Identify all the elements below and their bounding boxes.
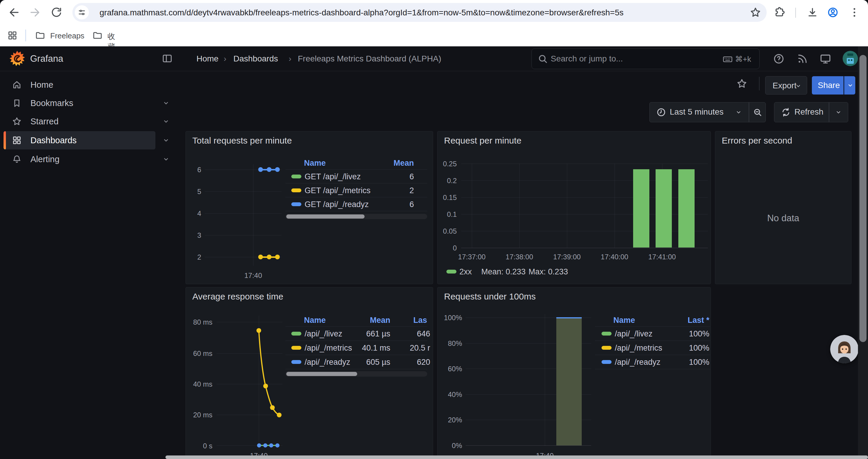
folder-icon	[35, 30, 45, 41]
browser-reload-icon[interactable]	[50, 6, 63, 19]
sidebar-item-home[interactable]: Home	[0, 76, 177, 94]
legend-name: /api/_/metrics	[615, 343, 662, 353]
breadcrumb-dashboards[interactable]: Dashboards	[234, 54, 278, 64]
y-tick: 4	[186, 209, 201, 218]
legend-scrollbar-thumb[interactable]	[286, 215, 365, 219]
series-color-pill[interactable]	[291, 202, 301, 206]
grafana-logo[interactable]	[9, 50, 25, 67]
bookmarks-divider	[25, 30, 26, 41]
legend-header-name[interactable]: Name	[613, 316, 635, 325]
x-tick: 17:40:00	[594, 253, 635, 261]
page-scrollbar-thumb[interactable]	[860, 55, 867, 342]
extensions-icon[interactable]	[773, 6, 785, 18]
browser-back-icon[interactable]	[8, 6, 20, 19]
toolbar-divider	[795, 8, 796, 18]
site-settings-icon[interactable]	[75, 5, 89, 20]
legend-last: 620	[404, 358, 430, 367]
legend-scrollbar-track[interactable]	[285, 214, 427, 219]
legend-scrollbar-track[interactable]	[285, 371, 427, 376]
legend-scrollbar-thumb[interactable]	[286, 372, 357, 376]
chevron-down-icon[interactable]	[162, 117, 170, 126]
panel-errors-per-second[interactable]: Errors per second No data	[715, 131, 851, 284]
bar[interactable]	[656, 169, 672, 248]
series-color-pill[interactable]	[291, 346, 301, 350]
chevron-down-icon[interactable]	[162, 155, 170, 163]
browser-forward-icon[interactable]	[29, 6, 41, 19]
legend-name: /api/_/readyz	[615, 358, 660, 367]
chevron-down-icon[interactable]	[162, 99, 170, 107]
zoom-out-button[interactable]	[749, 102, 766, 122]
active-item-highlight	[4, 131, 155, 150]
y-tick: 0.2	[439, 177, 457, 185]
legend-series-label: 2xx	[459, 267, 472, 276]
apps-grid-icon[interactable]	[7, 30, 18, 41]
legend-header-name[interactable]: Name	[304, 316, 326, 325]
sidebar-item-bookmarks[interactable]: Bookmarks	[0, 94, 177, 112]
y-tick: 0.05	[439, 227, 457, 235]
sidebar-item-starred[interactable]: Starred	[0, 112, 177, 131]
chevron-down-icon[interactable]	[162, 136, 170, 144]
browser-menu-icon[interactable]	[848, 6, 860, 18]
user-avatar[interactable]	[843, 51, 858, 66]
browser-toolbar: grafana.mathmast.com/d/deytv4rwavabkb/fr…	[0, 0, 868, 25]
news-feed-icon[interactable]	[797, 53, 808, 65]
panel-request-per-minute[interactable]: Request per minute 0.25 0.2 0.15 0.1 0.0…	[437, 131, 711, 284]
series-color-pill[interactable]	[291, 332, 301, 335]
share-button[interactable]: Share	[812, 76, 843, 95]
y-tick: 0%	[440, 441, 462, 450]
series-color-pill[interactable]	[446, 270, 457, 273]
y-tick: 0.1	[439, 210, 457, 219]
legend-name: /api/_/metrics	[305, 343, 352, 353]
display-icon[interactable]	[819, 53, 831, 65]
legend-header-mean[interactable]: Mean	[352, 316, 390, 325]
y-tick: 5	[186, 188, 201, 196]
legend-header-last[interactable]: Las	[413, 316, 427, 325]
y-tick: 80%	[440, 339, 462, 348]
series-color-pill[interactable]	[601, 346, 612, 350]
sidebar-item-label: Dashboards	[30, 131, 76, 150]
legend-header-last[interactable]: Last *	[671, 316, 709, 325]
bell-icon	[12, 154, 22, 164]
bookmark-star-icon[interactable]	[749, 6, 761, 18]
help-icon[interactable]	[773, 53, 785, 65]
series-color-pill[interactable]	[291, 189, 301, 192]
search-box[interactable]: ⌘+k	[531, 48, 760, 69]
panel-title: Request per minute	[444, 136, 522, 145]
refresh-interval-dropdown[interactable]	[829, 102, 848, 122]
profile-icon[interactable]	[827, 6, 839, 18]
legend-header-mean[interactable]: Mean	[370, 159, 414, 168]
legend-name: /api/_/livez	[615, 329, 653, 338]
legend-last: 100%	[671, 343, 709, 353]
assistant-avatar[interactable]	[830, 335, 859, 363]
breadcrumb-current: Freeleaps Metrics Dashboard (ALPHA)	[298, 54, 441, 64]
series-color-pill[interactable]	[291, 174, 301, 178]
breadcrumb-home[interactable]: Home	[196, 54, 219, 64]
favorite-dashboard-icon[interactable]	[736, 78, 747, 89]
downloads-icon[interactable]	[807, 6, 818, 18]
legend-mean: 661 µs	[352, 329, 390, 338]
sidebar-item-dashboards[interactable]: Dashboards	[0, 131, 177, 150]
y-tick: 0	[439, 244, 457, 252]
bar[interactable]	[633, 169, 649, 248]
series-color-pill[interactable]	[291, 360, 301, 364]
series-color-pill[interactable]	[601, 332, 612, 335]
legend-mean-stat: Mean: 0.233	[481, 267, 526, 276]
panel-total-requests[interactable]: Total requests per minute 6 5 4 3 2 17:4…	[186, 131, 433, 284]
y-tick: 0.25	[439, 160, 457, 168]
panel-requests-under-100ms[interactable]: Requests under 100ms 100% 80% 60% 40% 20…	[437, 287, 711, 459]
search-input[interactable]	[551, 49, 660, 69]
legend-header-name[interactable]: Name	[304, 159, 326, 168]
sidebar-item-alerting[interactable]: Alerting	[0, 150, 177, 168]
chevron-down-icon	[846, 81, 854, 89]
horizontal-scrollbar[interactable]	[165, 455, 868, 459]
refresh-button[interactable]: Refresh	[774, 102, 829, 122]
bar[interactable]	[678, 169, 694, 248]
export-button[interactable]: Export	[765, 76, 807, 95]
collapse-menu-icon[interactable]	[162, 53, 173, 64]
series-color-pill[interactable]	[601, 360, 612, 364]
address-bar[interactable]: grafana.mathmast.com/d/deytv4rwavabkb/fr…	[72, 3, 767, 22]
share-dropdown-button[interactable]	[844, 76, 855, 95]
zoom-out-icon	[752, 107, 763, 117]
time-range-picker[interactable]: Last 5 minutes	[650, 102, 749, 122]
panel-avg-response-time[interactable]: Average response time 80 ms 60 ms 40 ms …	[186, 287, 433, 459]
